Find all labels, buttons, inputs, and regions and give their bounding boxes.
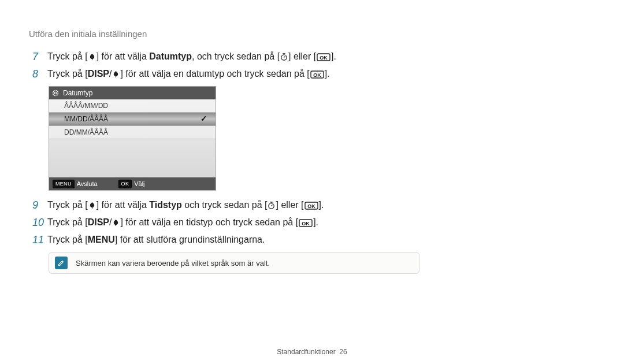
ok-icon [304,202,319,210]
panel-footer: MENU Avsluta OK Välj [49,177,216,190]
ok-icon [310,70,325,79]
step-number: 11 [32,233,47,246]
ok-icon [298,219,313,227]
exit-label: Avsluta [77,180,98,187]
panel-header: Datumtyp [49,87,216,99]
ok-icon [316,53,331,61]
manual-page: Utföra den initiala inställningen 7 Tryc… [0,0,624,364]
disp-label: DISP [88,217,109,227]
step-number: 10 [32,216,47,229]
panel-title: Datumtyp [62,89,92,97]
option-yyyy-mm-dd[interactable]: ÅÅÅÅ/MM/DD [49,99,216,113]
disp-label: DISP [88,69,109,79]
timer-icon [280,53,288,61]
steps-list: 7 Tryck på [] för att välja Datumtyp, oc… [32,50,595,274]
step-9: 9 Tryck på [] för att välja Tidstyp och … [32,199,595,211]
step-number: 8 [32,68,47,80]
select-label: Välj [134,180,144,187]
footer-section: Standardfunktioner [277,348,335,356]
page-footer: Standardfunktioner 26 [0,348,624,356]
check-icon: ✓ [200,114,207,123]
step-text: Tryck på [] för att välja Datumtyp, och … [47,50,336,63]
macro-icon [112,70,120,79]
step-7: 7 Tryck på [] för att välja Datumtyp, oc… [32,50,595,63]
panel-options: ÅÅÅÅ/MM/DD MM/DD/ÅÅÅÅ✓ DD/MM/ÅÅÅÅ [49,99,216,177]
info-note: Skärmen kan variera beroende på vilket s… [49,252,419,274]
ok-key: OK [118,180,132,188]
step-10: 10 Tryck på [DISP/] för att välja en tid… [32,216,595,229]
page-title: Utföra den initiala inställningen [29,29,595,39]
macro-icon [88,53,96,61]
note-text: Skärmen kan variera beroende på vilket s… [76,259,270,268]
step-text: Tryck på [DISP/] för att välja en datumt… [47,68,330,80]
step-number: 9 [32,199,47,211]
option-mm-dd-yyyy[interactable]: MM/DD/ÅÅÅÅ✓ [49,113,216,126]
pencil-icon [55,257,68,269]
menu-label: MENU [88,235,115,244]
panel-empty-area [49,139,216,177]
timer-icon [267,201,276,210]
page-number: 26 [339,348,347,356]
step-text: Tryck på [MENU] för att slutföra grundin… [47,233,265,246]
macro-icon [112,218,120,227]
step-8: 8 Tryck på [DISP/] för att välja en datu… [32,68,595,80]
option-dd-mm-yyyy[interactable]: DD/MM/ÅÅÅÅ [49,126,216,139]
step-number: 7 [32,50,47,63]
macro-icon [88,201,96,210]
menu-key: MENU [53,180,75,188]
date-type-panel: Datumtyp ÅÅÅÅ/MM/DD MM/DD/ÅÅÅÅ✓ DD/MM/ÅÅ… [49,86,216,191]
step-11: 11 Tryck på [MENU] för att slutföra grun… [32,233,595,246]
gear-icon [49,89,62,97]
step-text: Tryck på [] för att välja Tidstyp och tr… [47,199,324,211]
step-text: Tryck på [DISP/] för att välja en tidsty… [47,216,318,229]
